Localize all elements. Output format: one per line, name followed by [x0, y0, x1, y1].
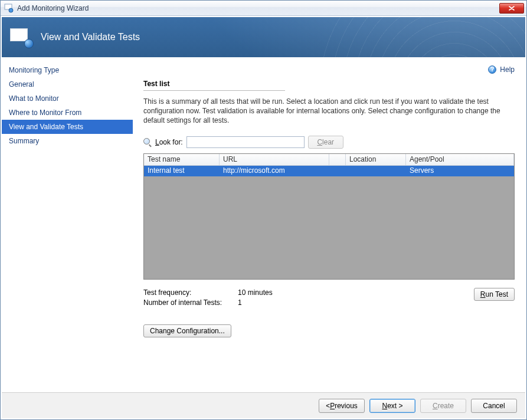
change-configuration-button[interactable]: Change Configuration...: [143, 324, 231, 337]
cell-agent: Servers: [406, 166, 514, 176]
count-value: 1: [238, 298, 242, 308]
help-label: Help: [500, 65, 515, 74]
section-description: This is a summary of all tests that will…: [143, 97, 515, 125]
sidebar-item-what-to-monitor[interactable]: What to Monitor: [2, 91, 133, 106]
banner: View and Validate Tests: [2, 17, 525, 57]
look-for-label: Look for:: [155, 138, 183, 146]
count-label: Number of internal Tests:: [143, 298, 226, 308]
run-test-button[interactable]: Run Test: [474, 288, 515, 301]
cell-location: [346, 166, 406, 176]
search-icon: [143, 138, 152, 146]
section-title: Test list: [143, 80, 515, 88]
body: Monitoring Type General What to Monitor …: [2, 58, 525, 392]
next-button[interactable]: Next >: [369, 399, 415, 413]
sidebar-item-view-and-validate-tests[interactable]: View and Validate Tests: [2, 120, 133, 134]
col-url[interactable]: URL: [220, 154, 329, 165]
titlebar: Add Monitoring Wizard: [1, 1, 526, 16]
close-icon: [509, 6, 515, 11]
freq-value: 10 minutes: [238, 288, 273, 298]
test-grid: Test name URL Location Agent/Pool Intern…: [143, 153, 515, 280]
help-link[interactable]: ? Help: [488, 65, 515, 74]
grid-body: Internal test http://microsoft.com Serve…: [144, 166, 514, 279]
sidebar-item-where-to-monitor-from[interactable]: Where to Monitor From: [2, 106, 133, 120]
col-location[interactable]: Location: [346, 154, 406, 165]
look-for-row: Look for: Clear: [143, 136, 515, 149]
cell-test-name: Internal test: [144, 166, 220, 176]
col-test-name[interactable]: Test name: [144, 154, 220, 165]
cell-url: http://microsoft.com: [220, 166, 329, 176]
look-for-input[interactable]: [186, 136, 305, 148]
cell-blank: [329, 166, 346, 176]
info-rows: Test frequency: 10 minutes Number of int…: [143, 288, 515, 308]
banner-title: View and Validate Tests: [41, 32, 140, 42]
help-icon: ?: [488, 65, 496, 74]
sidebar-item-summary[interactable]: Summary: [2, 134, 133, 148]
previous-button[interactable]: < Previous: [319, 399, 365, 413]
table-row[interactable]: Internal test http://microsoft.com Serve…: [144, 166, 514, 176]
col-agent-pool[interactable]: Agent/Pool: [406, 154, 514, 165]
close-button[interactable]: [499, 3, 524, 14]
footer: < Previous Next > Create Cancel: [2, 392, 525, 418]
create-button[interactable]: Create: [420, 399, 466, 413]
cancel-button[interactable]: Cancel: [471, 399, 517, 413]
section-rule: [143, 90, 285, 91]
wizard-window: Add Monitoring Wizard View and Validate …: [0, 0, 527, 420]
banner-icon: [10, 28, 31, 46]
content: ? Help Test list This is a summary of al…: [133, 58, 525, 392]
freq-label: Test frequency:: [143, 288, 226, 298]
app-icon: [4, 4, 14, 13]
sidebar: Monitoring Type General What to Monitor …: [2, 58, 133, 392]
clear-button[interactable]: Clear: [308, 136, 343, 149]
sidebar-item-general[interactable]: General: [2, 77, 133, 91]
col-blank[interactable]: [329, 154, 346, 165]
sidebar-item-monitoring-type[interactable]: Monitoring Type: [2, 63, 133, 77]
grid-header: Test name URL Location Agent/Pool: [144, 154, 514, 166]
svg-point-1: [9, 8, 13, 12]
window-title: Add Monitoring Wizard: [17, 4, 89, 12]
